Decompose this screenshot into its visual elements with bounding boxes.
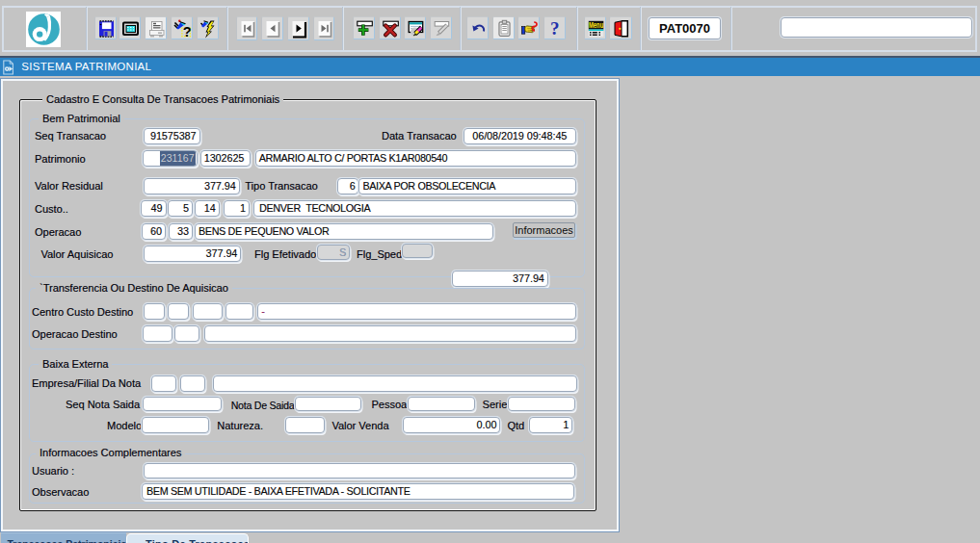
svg-text:?: ? [182,24,191,39]
svg-text:Menu: Menu [589,20,603,30]
svg-text:?: ? [550,18,560,39]
